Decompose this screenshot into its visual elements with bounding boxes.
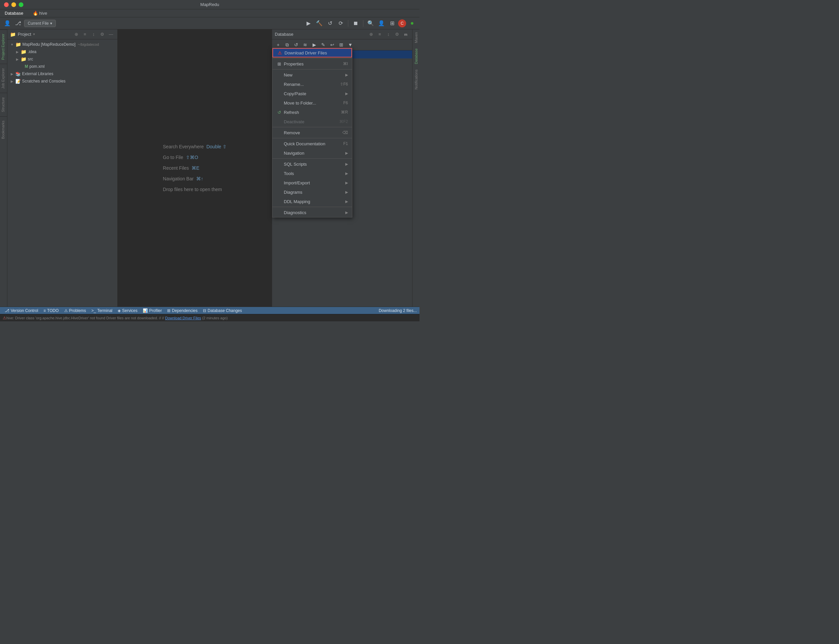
tree-item-pom[interactable]: ▶ M pom.xml [7, 63, 117, 70]
ctx-item-properties[interactable]: ⊞ Properties ⌘I [272, 59, 352, 69]
expand-arrow-scratches: ▶ [10, 79, 14, 83]
ctx-item-move[interactable]: Move to Folder... F6 [272, 98, 352, 108]
ctx-item-navigation[interactable]: Navigation ▶ [272, 148, 352, 158]
menu-database[interactable]: Database [3, 10, 25, 16]
right-tab-notifications[interactable]: Notifications [413, 67, 420, 92]
toolbar-build[interactable]: 🔨 [315, 19, 324, 28]
sort-btn[interactable]: ↕ [90, 31, 97, 38]
bottom-warning-icon: ⚠ [3, 315, 7, 320]
project-panel-title: Project [18, 32, 31, 37]
status-db-changes[interactable]: ⊟ Database Changes [201, 307, 244, 314]
toolbar-user[interactable]: 👤 [3, 19, 12, 28]
toolbar-layout[interactable]: ⊞ [387, 19, 397, 28]
right-tab-maven[interactable]: Maven [413, 30, 420, 46]
settings-btn[interactable]: ⚙ [99, 31, 106, 38]
db-filter-icon[interactable]: ↕ [385, 31, 392, 38]
problems-label: Problems [69, 308, 86, 313]
status-version-control[interactable]: ⎇ Version Control [3, 307, 40, 314]
folder-icon: 📁 [15, 42, 21, 47]
tree-item-scratches[interactable]: ▶ 📝 Scratches and Consoles [7, 77, 117, 85]
toolbar-settings[interactable]: 👤 [377, 19, 386, 28]
status-profiler[interactable]: 📊 Profiler [141, 307, 164, 314]
ctx-shortcut-properties: ⌘I [343, 61, 348, 66]
ctx-item-deactivate[interactable]: Deactivate ⌘F2 [272, 117, 352, 126]
project-folder-icon: 📁 [10, 32, 16, 37]
minimize-button[interactable] [12, 2, 16, 7]
close-panel-btn[interactable]: — [107, 31, 115, 38]
toolbar-stop[interactable]: ⏹ [351, 19, 360, 28]
current-file-dropdown[interactable]: Current File ▾ [24, 20, 56, 27]
status-services[interactable]: ◈ Services [115, 307, 139, 314]
ctx-item-copypaste[interactable]: Copy/Paste ▶ [272, 89, 352, 98]
todo-icon: ≡ [43, 308, 46, 313]
hint-navbar: Navigation Bar ⌘↑ [163, 176, 203, 181]
expand-arrow: ▼ [10, 43, 14, 46]
tree-item-mapredu[interactable]: ▼ 📁 MapRedu [MapReduceDemo] ~/bigdatecod [7, 41, 117, 48]
maximize-button[interactable] [19, 2, 23, 7]
db-globe-icon[interactable]: ⊕ [368, 31, 375, 38]
sidebar-item-bookmarks[interactable]: Bookmarks [0, 116, 7, 143]
close-button[interactable] [4, 2, 9, 7]
toolbar-step[interactable]: ⟳ [336, 19, 345, 28]
quick-doc-icon [277, 141, 282, 146]
chevron-down-icon: ▾ [50, 21, 52, 26]
ctx-item-ddl-mapping[interactable]: DDL Mapping ▶ [272, 197, 352, 206]
locate-file-btn[interactable]: ⊕ [73, 31, 80, 38]
status-terminal[interactable]: >_ Terminal [89, 307, 114, 314]
sidebar-item-structure[interactable]: Structure [0, 93, 7, 116]
tree-item-idea[interactable]: ▶ 📁 .idea [7, 48, 117, 56]
hint-drop-label: Drop files here to open them [163, 187, 222, 192]
ctx-item-download-driver[interactable]: ⚠ Download Driver Files [272, 51, 352, 58]
ctx-shortcut-refresh: ⌘R [341, 110, 348, 115]
status-dependencies[interactable]: ⊞ Dependencies [165, 307, 199, 314]
ctx-item-new[interactable]: New ▶ [272, 70, 352, 79]
toolbar-git[interactable]: ⎇ [13, 19, 23, 28]
terminal-label: Terminal [97, 308, 112, 313]
sidebar-item-job-explorer[interactable]: Job Explorer [0, 64, 7, 93]
toolbar-run[interactable]: ▶ [304, 19, 313, 28]
ctx-label-import-export: Import/Export [284, 181, 343, 186]
toolbar-extra[interactable]: ● [407, 19, 417, 28]
ctx-shortcut-quick-doc: F1 [343, 141, 348, 146]
left-sidebar: Project Explorer Job Explorer Structure … [0, 30, 7, 307]
status-problems[interactable]: ⚠ Problems [62, 307, 88, 314]
ctx-item-sql-scripts[interactable]: SQL Scripts ▶ [272, 159, 352, 169]
hint-search-shortcut: Double ⇧ [206, 144, 226, 150]
ctx-item-diagrams[interactable]: Diagrams ▶ [272, 187, 352, 197]
sql-icon [277, 161, 282, 167]
bottom-download-link[interactable]: Download Driver Files [165, 316, 201, 320]
db-settings-icon[interactable]: ⚙ [394, 31, 401, 38]
problems-icon: ⚠ [64, 308, 68, 313]
toolbar-reload[interactable]: ↺ [325, 19, 335, 28]
toolbar-search[interactable]: 🔍 [366, 19, 375, 28]
dependencies-label: Dependencies [172, 308, 198, 313]
db-maven-icon[interactable]: m [402, 31, 409, 38]
tree-item-external-libs[interactable]: ▶ 📚 External Libraries [7, 70, 117, 77]
menu-hive[interactable]: 🔥 hive [31, 10, 49, 16]
ctx-item-tools[interactable]: Tools ▶ [272, 169, 352, 178]
import-export-arrow: ▶ [345, 181, 348, 185]
ctx-label-copypaste: Copy/Paste [284, 91, 343, 96]
ctx-item-import-export[interactable]: Import/Export ▶ [272, 178, 352, 187]
ctx-item-diagnostics[interactable]: Diagnostics ▶ [272, 208, 352, 217]
sidebar-item-project-explorer[interactable]: Project Explorer [0, 30, 7, 64]
folder-icon-src: 📁 [21, 56, 26, 62]
dependencies-icon: ⊞ [167, 308, 170, 313]
ctx-item-rename[interactable]: Rename... ⇧F6 [272, 79, 352, 89]
collapse-all-btn[interactable]: ≡ [81, 31, 89, 38]
toolbar-avatar[interactable]: C [398, 20, 406, 27]
status-todo[interactable]: ≡ TODO [41, 307, 61, 314]
db-changes-label: Database Changes [208, 308, 242, 313]
main-toolbar: 👤 ⎇ Current File ▾ ▶ 🔨 ↺ ⟳ ⏹ 🔍 👤 ⊞ C ● [0, 17, 420, 30]
db-sort-icon[interactable]: ≡ [376, 31, 383, 38]
ctx-separator-3 [272, 127, 352, 127]
project-dropdown-arrow[interactable]: ▾ [33, 32, 35, 36]
ctx-label-remove: Remove [284, 130, 340, 135]
ctx-item-remove[interactable]: Remove ⌫ [272, 128, 352, 137]
ctx-item-quick-doc[interactable]: Quick Documentation F1 [272, 139, 352, 148]
window-controls[interactable] [4, 2, 23, 7]
ctx-item-refresh[interactable]: ↺ Refresh ⌘R [272, 108, 352, 117]
error-icon: ⚠ [277, 51, 282, 56]
right-tab-database[interactable]: Database [413, 46, 420, 67]
tree-item-src[interactable]: ▶ 📁 src [7, 56, 117, 63]
